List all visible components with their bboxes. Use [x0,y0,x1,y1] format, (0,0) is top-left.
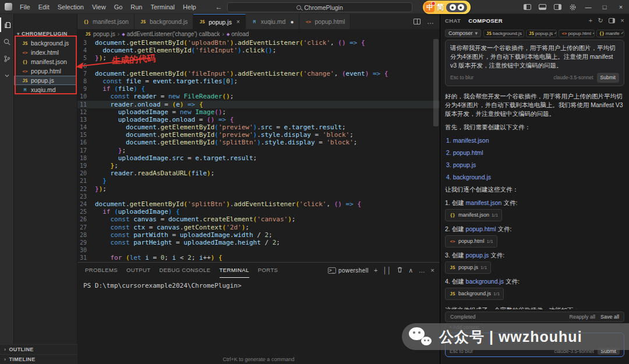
menu-file[interactable]: File [16,0,34,14]
code-editor[interactable]: 3document.getElementById('uploadBtn').ad… [77,39,440,262]
code-token [95,254,111,261]
translator-eyes-icon[interactable] [446,3,467,12]
tab-close-icon[interactable]: × [236,19,240,25]
file-link[interactable]: 4. background.js [446,173,624,182]
section-timeline[interactable]: ›TIMELINE [0,354,77,364]
step-file-link[interactable]: manifest.json [466,199,502,206]
step-file-link[interactable]: popup.js [466,252,489,259]
command-center-search[interactable]: ChromePlugin [227,2,412,12]
save-all-button[interactable]: Save all [600,314,619,320]
file-item-popup.html[interactable]: <>popup.html [14,66,77,76]
chat-close-icon[interactable]: × [620,17,624,24]
user-message-card[interactable]: 请你帮我开发一个谷歌插件，用于将用户上传的图片，平均切分为4张图片，并自动下载到… [445,40,624,86]
project-root-header[interactable]: ▾ CHROMEPLUGIN [14,29,77,38]
model-label[interactable]: claude-3.5-sonnet [553,73,593,82]
tab-manifest.json[interactable]: {}manifest.json [77,14,135,29]
menu-run[interactable]: Run [126,0,146,14]
panel-tab-terminal[interactable]: TERMINAL [220,263,249,278]
step-file-link[interactable]: popup.html [466,225,496,232]
context-chip-manife[interactable]: {}manife✓ [596,30,624,37]
maximize-button[interactable]: □ [596,0,613,14]
file-item-manifest.json[interactable]: {}manifest.json [14,57,77,66]
breadcrumb-item[interactable]: ◆addEventListener('change') callback [122,31,220,37]
translator-widget[interactable]: 中 简 [423,1,471,14]
file-item-popup.js[interactable]: JSpopup.js [14,76,77,85]
code-token: uploadedImage [180,231,230,239]
terminal-output[interactable]: PS D:\tmp\cursorexample2024\ChromePlugin… [77,278,440,289]
new-terminal-icon[interactable]: + [374,267,378,274]
code-token: readAsDataURL [137,169,188,177]
settings-gear-icon[interactable] [565,0,580,14]
code-block-chip[interactable]: <>popup.html1/1 [445,235,497,248]
file-item-background.js[interactable]: JSbackground.js [14,38,77,48]
menu-help[interactable]: Help [179,0,200,14]
reapply-all-button[interactable]: Reapply all [569,314,595,320]
editor-scrollbar[interactable] [433,39,439,126]
layout-icon[interactable] [609,18,615,23]
layout-sidebar-right-icon[interactable] [550,0,565,14]
section-outline[interactable]: ›OUTLINE [0,344,77,354]
chevron-up-icon[interactable]: ∧ [408,267,413,274]
code-token: target [176,77,199,85]
tab-xuqiu.md[interactable]: Mxuqiu.md● [246,14,300,29]
more-views-chevron-icon[interactable] [0,68,14,83]
step-file-link[interactable]: background.js [466,278,504,285]
code-token: 'change' [303,70,334,77]
file-item-xuqiu.md[interactable]: Mxuqiu.md [14,85,77,94]
search-view-icon[interactable] [0,34,14,49]
tab-popup.html[interactable]: <>popup.html [299,14,351,29]
menu-edit[interactable]: Edit [34,0,54,14]
composer-selector[interactable]: Composer ▾ [445,29,481,37]
submit-button[interactable]: Submit [597,73,619,83]
panel-close-icon[interactable]: × [430,267,434,274]
file-item-index.html[interactable]: <>index.html [14,48,77,57]
layout-sidebar-left-icon[interactable] [520,0,535,14]
split-editor-icon[interactable] [414,19,420,24]
kill-terminal-icon[interactable] [397,266,403,274]
chinese-translate-icon[interactable]: 中 [425,2,434,12]
ellipsis-icon[interactable]: … [419,267,425,274]
panel-tab-ports[interactable]: PORTS [258,263,278,278]
history-icon[interactable]: ↻ [598,17,604,24]
code-token: addEventListener [234,200,295,208]
esc-hint: Esc to blur [450,73,473,82]
code-block-chip[interactable]: {}manifest.json1/1 [445,209,502,221]
breadcrumb-item[interactable]: JSpopup.js [84,31,115,37]
source-control-icon[interactable] [0,51,14,66]
code-token: const [111,239,130,246]
menu-go[interactable]: Go [110,0,127,14]
code-token: ) [268,47,273,54]
minimize-button[interactable]: — [580,0,596,14]
new-chat-icon[interactable]: + [589,17,593,24]
breadcrumb-item[interactable]: ◆onload [227,31,249,37]
file-link[interactable]: 1. manifest.json [446,136,624,145]
code-token: = [176,239,180,246]
code-block-chip[interactable]: JSbackground.js1/1 [445,288,504,300]
line-content: document.getElementById('splitBtn').styl… [95,139,357,146]
tab-chat[interactable]: CHAT [445,17,461,24]
code-token [214,254,218,261]
menu-view[interactable]: View [88,0,110,14]
layout-panel-icon[interactable] [535,0,550,14]
close-button[interactable]: × [613,0,629,14]
panel-tab-debug-console[interactable]: DEBUG CONSOLE [159,263,210,278]
panel-tab-output[interactable]: OUTPUT [126,263,150,278]
tab-composer[interactable]: COMPOSER [468,17,503,24]
code-block-chip[interactable]: JSpopup.js1/1 [445,261,491,274]
split-terminal-icon[interactable]: ││ [383,267,392,274]
panel-tab-problems[interactable]: PROBLEMS [85,263,118,278]
file-link[interactable]: 2. popup.html [446,149,624,157]
shell-selector[interactable]: >_powershell [328,267,369,274]
back-arrow-icon[interactable]: ← [215,3,222,11]
menu-selection[interactable]: Selection [54,0,88,14]
code-token [153,224,157,231]
explorer-icon[interactable] [0,17,14,32]
context-chip-popup.html[interactable]: <>popup.html✓ [559,30,594,37]
tab-popup.js[interactable]: JSpopup.js× [193,14,246,29]
context-chip-popup.js[interactable]: JSpopup.js✓ [526,30,557,37]
menu-terminal[interactable]: Terminal [147,0,179,14]
more-actions-icon[interactable]: … [427,17,434,26]
tab-background.js[interactable]: JSbackground.js [135,14,193,29]
file-link[interactable]: 3. popup.js [446,161,624,169]
context-chip-background.js[interactable]: JSbackground.js✓ [483,30,524,37]
